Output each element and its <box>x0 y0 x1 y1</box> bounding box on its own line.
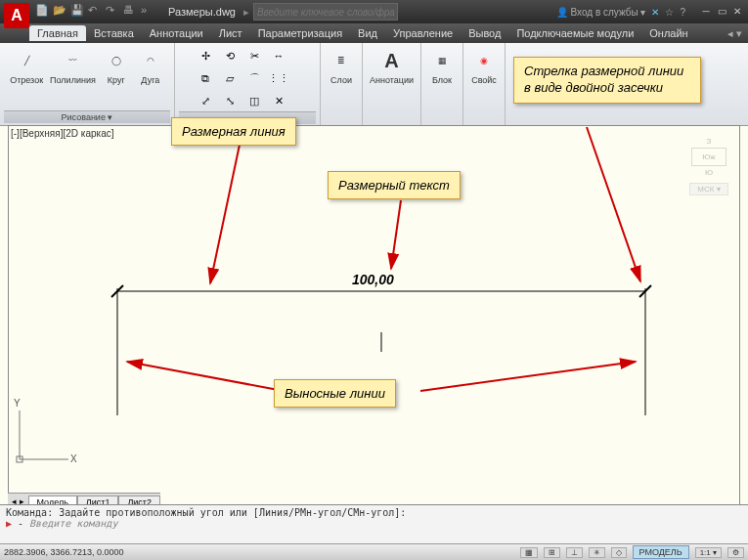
ribbon-collapse-icon[interactable]: ◂ ▾ <box>727 27 742 40</box>
rotate-icon[interactable]: ⟲ <box>218 45 242 66</box>
doc-title: Размеры.dwg <box>168 6 236 18</box>
panel-modify: ✢ ⟲ ✂ ↔ ⧉ ▱ ⌒ ⋮⋮ ⤢ ⤡ ◫ ✕ <box>175 43 321 125</box>
sb-grid[interactable]: ⊞ <box>544 547 560 558</box>
more-icon[interactable]: » <box>141 4 156 20</box>
undo-icon[interactable]: ↶ <box>88 4 104 20</box>
callout-tick: Стрелка размерной линии в виде двойной з… <box>513 57 701 104</box>
tab-view[interactable]: Вид <box>350 25 385 41</box>
callout-extlines: Выносные линии <box>274 379 396 408</box>
wcs-dropdown[interactable]: МСК ▾ <box>689 183 728 195</box>
tool-props[interactable]: ◉Свойс <box>467 45 501 87</box>
panel-draw-label[interactable]: Рисование ▾ <box>4 110 170 123</box>
help-icon[interactable]: ? <box>680 7 685 18</box>
favorite-icon[interactable]: ☆ <box>665 7 674 18</box>
tool-arc[interactable]: ◠Дуга <box>134 45 167 87</box>
tool-anno[interactable]: AАннотации <box>367 45 417 87</box>
sb-snap[interactable]: ▦ <box>520 547 538 558</box>
tool-circle[interactable]: ◯Круг <box>100 45 133 87</box>
sb-polar[interactable]: ✳ <box>589 547 605 558</box>
sb-scale[interactable]: 1:1 ▾ <box>695 547 722 558</box>
sb-model[interactable]: РМОДЕЛЬ <box>633 545 689 559</box>
panel-props: ◉Свойс <box>463 43 506 125</box>
panel-draw: ╱Отрезок 〰Полилиния ◯Круг ◠Дуга Рисовани… <box>0 43 175 125</box>
copy-icon[interactable]: ⧉ <box>194 67 217 89</box>
signin-link[interactable]: 👤 Вход в службы ▾ <box>556 7 646 18</box>
stretch-icon[interactable]: ⤢ <box>194 90 217 111</box>
ribbon-tabs: Главная Вставка Аннотации Лист Параметри… <box>0 23 748 43</box>
tab-manage[interactable]: Управление <box>385 25 461 41</box>
callout-dimline: Размерная линия <box>171 117 296 146</box>
array-icon[interactable]: ⋮⋮ <box>267 67 290 89</box>
command-history: Команда: Задайте противоположный угол ил… <box>6 507 742 518</box>
tool-polyline[interactable]: 〰Полилиния <box>47 45 99 87</box>
new-icon[interactable]: 📄 <box>35 4 51 20</box>
tab-sheet[interactable]: Лист <box>211 25 250 41</box>
close-button[interactable]: ✕ <box>730 6 744 18</box>
coords-display: 2882.3906, 3366.7213, 0.0000 <box>4 547 124 557</box>
tool-block[interactable]: ▦Блок <box>425 45 459 87</box>
tab-home[interactable]: Главная <box>29 25 86 41</box>
trim-icon[interactable]: ✂ <box>242 45 266 66</box>
viewport-label[interactable]: [-][Верхняя][2D каркас] <box>11 128 113 139</box>
extend-icon[interactable]: ↔ <box>267 45 290 66</box>
tab-online[interactable]: Онлайн <box>641 25 695 41</box>
dimension-text: 100,00 <box>352 272 394 287</box>
sb-ortho[interactable]: ⊥ <box>566 547 583 558</box>
redo-icon[interactable]: ↷ <box>106 4 121 20</box>
panel-block: ▦Блок <box>421 43 463 125</box>
callout-dimtext: Размерный текст <box>328 171 461 199</box>
scale-icon[interactable]: ⤡ <box>218 90 242 111</box>
status-bar: 2882.3906, 3366.7213, 0.0000 ▦ ⊞ ⊥ ✳ ◇ Р… <box>0 543 748 560</box>
minimize-button[interactable]: ─ <box>699 6 713 18</box>
panel-layers: ≣Слои <box>321 43 363 125</box>
view-cube[interactable]: З Юж Ю МСК ▾ <box>689 137 728 195</box>
save-icon[interactable]: 💾 <box>70 4 86 20</box>
app-logo[interactable]: A <box>4 3 29 28</box>
tab-anno[interactable]: Аннотации <box>142 25 211 41</box>
exchange-icon[interactable]: ✕ <box>651 7 659 18</box>
open-icon[interactable]: 📂 <box>53 4 68 20</box>
tab-insert[interactable]: Вставка <box>86 25 142 41</box>
sb-osnap[interactable]: ◇ <box>611 547 627 558</box>
tool-line[interactable]: ╱Отрезок <box>7 45 46 87</box>
sb-settings[interactable]: ⚙ <box>727 547 744 558</box>
search-input[interactable] <box>253 3 398 21</box>
print-icon[interactable]: 🖶 <box>123 4 139 20</box>
command-prompt: Введите команду <box>29 518 117 529</box>
fillet-icon[interactable]: ⌒ <box>242 67 266 89</box>
tool-layers[interactable]: ≣Слои <box>325 45 358 87</box>
tab-param[interactable]: Параметризация <box>250 25 350 41</box>
tab-output[interactable]: Вывод <box>461 25 508 41</box>
offset-icon[interactable]: ◫ <box>242 90 266 111</box>
tab-plugins[interactable]: Подключаемые модули <box>508 25 641 41</box>
panel-anno: AАннотации <box>363 43 421 125</box>
erase-icon[interactable]: ✕ <box>267 90 290 111</box>
maximize-button[interactable]: ▭ <box>715 6 728 18</box>
move-icon[interactable]: ✢ <box>194 45 217 66</box>
command-line[interactable]: Команда: Задайте противоположный угол ил… <box>0 504 748 544</box>
mirror-icon[interactable]: ▱ <box>218 67 242 89</box>
